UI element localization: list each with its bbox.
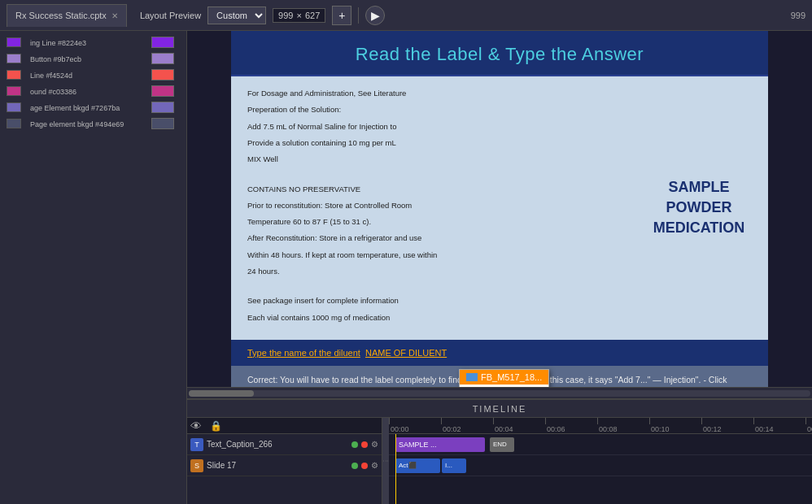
- track-dot-red: [361, 463, 368, 469]
- mark-label: 00:16: [805, 425, 812, 433]
- color-row: ound #c03386: [5, 85, 181, 99]
- color-box: [150, 36, 181, 50]
- dimensions: 999 × 627: [273, 8, 325, 23]
- mark-line: [701, 418, 702, 424]
- color-box: [150, 68, 181, 83]
- mark-label: 00:02: [441, 425, 461, 433]
- color-box: [150, 85, 181, 99]
- color-swatch: [7, 70, 21, 80]
- ruler-mark: 00:06: [545, 418, 565, 433]
- mark-label: 00:00: [389, 425, 409, 433]
- layout-select[interactable]: Custom: [207, 7, 266, 24]
- slide-text-line: Within 48 hours. If kept at room tempera…: [247, 250, 646, 261]
- track-name: Slide 17: [207, 461, 348, 470]
- timeline-body: 👁 🔒 T Text_Caption_266 ⚙ S Slide 17 ⚙ ⋮: [187, 418, 812, 504]
- ruler-mark: 00:10: [649, 418, 670, 433]
- color-swatch: [7, 86, 21, 96]
- slide-text-line: Temperature 60 to 87 F (15 to 31 c).: [247, 216, 646, 228]
- track-icon: T: [190, 438, 203, 451]
- slide-input-area: Type the name of the diluent NAME OF DIL…: [231, 340, 768, 366]
- color-name: Button #9b7ecb: [28, 52, 148, 67]
- main-area: ing Line #8224e3 Button #9b7ecb Line #f4…: [0, 31, 812, 504]
- stage-scrollbar[interactable]: [187, 387, 812, 398]
- ruler-mark: 00:02: [441, 418, 461, 433]
- stage-area: Read the Label & Type the Answer For Dos…: [187, 31, 812, 504]
- tl-block-act[interactable]: Act⬛: [395, 458, 440, 473]
- color-row: age Element bkgd #7267ba: [5, 101, 181, 115]
- timeline-left: 👁 🔒 T Text_Caption_266 ⚙ S Slide 17 ⚙: [187, 418, 382, 504]
- resize-handle[interactable]: ⋮: [382, 418, 389, 504]
- input-highlight: NAME OF DILUENT: [365, 348, 447, 358]
- tooltip-item-2[interactable]: Button_3: [460, 385, 523, 387]
- times-symbol: ×: [296, 11, 301, 20]
- timeline-tracks: SAMPLE ... END Act⬛ I...: [389, 434, 812, 504]
- scrollbar-thumb[interactable]: [189, 390, 254, 397]
- mark-label: 00:06: [545, 425, 565, 433]
- mark-line: [649, 418, 650, 424]
- ruler-mark: 00:04: [493, 418, 513, 433]
- close-icon[interactable]: ✕: [111, 11, 118, 20]
- ruler-mark: 00:08: [597, 418, 618, 433]
- eye-icon[interactable]: 👁: [190, 419, 202, 432]
- track-gear[interactable]: ⚙: [371, 461, 378, 470]
- divider: [358, 7, 359, 24]
- slide-canvas: Read the Label & Type the Answer For Dos…: [187, 31, 812, 387]
- slide-text-line: After Reconstitution: Store in a refrige…: [247, 232, 646, 244]
- slide-content: For Dosage and Administration, See Liter…: [231, 76, 768, 340]
- file-tab[interactable]: Rx Success Static.cptx ✕: [7, 4, 127, 27]
- track-icon: S: [190, 459, 203, 472]
- ruler-mark: 00:14: [753, 418, 774, 433]
- tl-block-main[interactable]: SAMPLE ...: [395, 437, 485, 452]
- slide-outer: Read the Label & Type the Answer For Dos…: [231, 31, 768, 387]
- color-swatch-cell: [5, 52, 27, 67]
- play-button[interactable]: ▶: [365, 6, 385, 25]
- slide-drug-column: SAMPLE POWDER MEDICATION: [646, 88, 752, 328]
- timeline-track-header: S Slide 17 ⚙: [187, 455, 382, 476]
- tooltip-item-1[interactable]: FB_M517_18...: [460, 370, 548, 385]
- layout-label: Layout Preview: [140, 11, 201, 20]
- tooltip-icon-1: [466, 373, 478, 381]
- color-box: [150, 52, 181, 67]
- mark-label: 00:04: [493, 425, 513, 433]
- track-dot-red: [361, 441, 368, 448]
- mark-line: [753, 418, 754, 424]
- slide-header: Read the Label & Type the Answer: [231, 31, 768, 76]
- width-value: 999: [278, 11, 293, 20]
- ruler-marks: 00:00 00:02 00:04 00:06 00:08 00:10 00:1…: [389, 418, 812, 433]
- timeline-track-header: T Text_Caption_266 ⚙: [187, 434, 382, 455]
- slide-text-line: MIX Well: [247, 154, 646, 165]
- color-swatch: [7, 119, 21, 128]
- track-dot-green: [351, 441, 358, 448]
- slide-title: Read the Label & Type the Answer: [239, 44, 760, 65]
- color-table: ing Line #8224e3 Button #9b7ecb Line #f4…: [3, 34, 183, 133]
- tl-block-i[interactable]: I...: [442, 458, 466, 473]
- color-swatch-cell: [5, 117, 27, 132]
- tooltip-row: FB_M517_18...: [460, 370, 548, 385]
- timeline-track-row: SAMPLE ... END: [389, 434, 812, 455]
- timeline-title: TIMELINE: [473, 404, 527, 414]
- color-name: age Element bkgd #7267ba: [28, 101, 148, 115]
- slide-text-column: For Dosage and Administration, See Liter…: [247, 88, 646, 328]
- color-row: Page element bkgd #494e69: [5, 117, 181, 132]
- color-name: Line #f4524d: [28, 68, 148, 83]
- mark-line: [805, 418, 806, 424]
- tooltip-label-1: FB_M517_18...: [481, 372, 542, 382]
- playhead[interactable]: [395, 434, 396, 504]
- color-swatch-cell: [5, 85, 27, 99]
- color-box: [150, 101, 181, 115]
- mark-label: 00:08: [597, 425, 618, 433]
- tl-block-end[interactable]: END: [490, 437, 514, 452]
- mark-line: [441, 418, 442, 424]
- add-button[interactable]: +: [332, 6, 351, 25]
- drug-line2: POWDER: [666, 198, 732, 218]
- track-name: Text_Caption_266: [207, 440, 348, 449]
- right-number: 999: [791, 11, 805, 20]
- ruler-mark: 00:16: [805, 418, 812, 433]
- color-swatch: [7, 37, 21, 47]
- slide-text-line: [247, 282, 646, 293]
- height-value: 627: [305, 11, 320, 20]
- track-gear[interactable]: ⚙: [371, 440, 378, 449]
- color-row: Line #f4524d: [5, 68, 181, 83]
- lock-icon[interactable]: 🔒: [210, 420, 222, 432]
- mark-line: [493, 418, 494, 424]
